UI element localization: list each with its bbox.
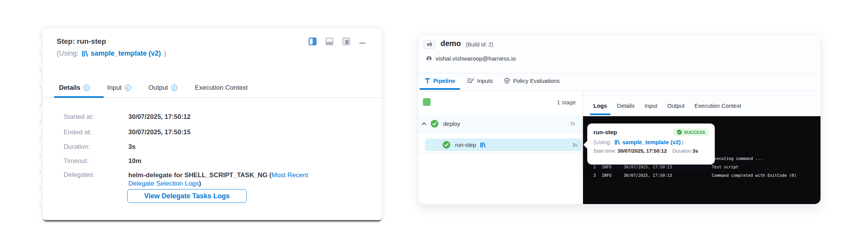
user-email: vishal.vishwaroop@harness.io	[436, 55, 516, 62]
step-duration: 3s	[572, 142, 577, 148]
right-pane-icon[interactable]	[342, 38, 350, 45]
header-divider	[418, 73, 821, 73]
tree-row-run-step-selected[interactable]: run-step 3s	[425, 138, 582, 151]
step-using-line: (Using: sample_template (v2) )	[57, 49, 166, 58]
tab-details[interactable]: Details	[617, 102, 635, 109]
stage-status-square[interactable]	[423, 98, 431, 106]
tab-details[interactable]: Details i	[59, 84, 90, 92]
panel-resize-handle[interactable]	[40, 36, 41, 211]
version-badge: v0	[424, 40, 435, 49]
step-tab-bar: Details i Input i Output i Execution Con…	[59, 84, 248, 92]
success-check-icon	[442, 141, 450, 149]
stage-label: deploy	[443, 120, 460, 127]
field-row: Ended at: 30/07/2025, 17:50:15	[64, 128, 191, 136]
info-icon[interactable]: i	[125, 85, 131, 91]
template-link[interactable]: sample_template (v2)	[82, 49, 161, 58]
ended-at-value: 30/07/2025, 17:50:15	[128, 128, 191, 136]
using-prefix: (Using:	[57, 49, 79, 58]
tab-input[interactable]: Input i	[107, 84, 131, 92]
build-id: (Build Id: 2)	[466, 41, 493, 48]
tooltip-time-line: Start time: 30/07/2025, 17:50:12 Duratio…	[593, 148, 709, 154]
pipeline-icon	[425, 78, 430, 84]
active-tab-underline	[590, 114, 611, 115]
template-icon	[614, 140, 620, 145]
field-row: Timeout: 10m	[64, 157, 141, 165]
window-controls	[309, 37, 366, 46]
step-status-tooltip: run-step SUCCESS (Using: sample_template…	[587, 123, 715, 165]
tab-inputs[interactable]: Inputs	[467, 77, 493, 84]
using-suffix: )	[164, 49, 166, 58]
step-title: Step: run-step	[57, 37, 106, 46]
bottom-pane-icon[interactable]	[326, 38, 333, 45]
success-check-icon	[431, 120, 439, 128]
log-tab-bar: Logs Details Input Output Execution Cont…	[593, 102, 741, 109]
step-label: run-step	[455, 142, 476, 148]
tab-output[interactable]: Output i	[149, 84, 177, 92]
tooltip-using-line: (Using: sample_template (v2) )	[593, 139, 709, 145]
split-view-icon[interactable]	[309, 38, 316, 45]
tab-output[interactable]: Output	[667, 102, 685, 109]
field-row: Duration: 3s	[64, 143, 136, 151]
status-badge: SUCCESS	[673, 128, 709, 136]
minimize-icon[interactable]	[359, 43, 366, 44]
started-at-value: 30/07/2025, 17:50:12	[128, 113, 191, 121]
chevron-up-icon[interactable]	[421, 122, 427, 125]
tab-pipeline[interactable]: Pipeline	[425, 77, 455, 84]
template-icon	[82, 51, 88, 57]
stage-count: 1 stage	[557, 99, 576, 105]
tab-input[interactable]: Input	[645, 102, 657, 109]
tab-execution-context[interactable]: Execution Context	[694, 102, 741, 109]
tab-policy-evaluations[interactable]: Policy Evaluations	[504, 77, 560, 84]
active-tab-underline	[419, 88, 460, 90]
log-line: 2 INFO 30/07/2025, 17:50:13 Test script	[583, 165, 821, 169]
policy-shield-check-icon	[504, 78, 510, 84]
view-delegate-tasks-logs-button[interactable]: View Delegate Tasks Logs	[127, 189, 247, 203]
log-line: 3 INFO 30/07/2025, 17:50:13 Command comp…	[583, 173, 821, 178]
active-tab-underline	[54, 96, 104, 98]
tab-execution-context[interactable]: Execution Context	[195, 84, 248, 92]
field-row: Started at: 30/07/2025, 17:50:12	[64, 113, 191, 121]
stage-duration: 7s	[570, 121, 575, 127]
tooltip-duration: 3s	[693, 148, 698, 154]
inputs-icon	[467, 78, 474, 84]
build-tab-bar: Pipeline Inputs Policy Evaluations	[425, 77, 560, 84]
duration-value: 3s	[128, 143, 136, 151]
tab-logs[interactable]: Logs	[593, 102, 607, 109]
build-title: demo	[441, 39, 461, 48]
tooltip-start-time: 30/07/2025, 17:50:12	[617, 148, 667, 154]
success-check-icon	[677, 130, 682, 135]
build-panel: v0 demo (Build Id: 2) vishal.vishwaroop@…	[418, 35, 821, 204]
user-icon	[426, 56, 432, 63]
info-icon[interactable]: i	[171, 85, 177, 91]
timeout-value: 10m	[128, 157, 141, 165]
info-icon[interactable]: i	[84, 85, 90, 91]
tree-row-deploy[interactable]: deploy 7s	[418, 115, 583, 133]
divider	[418, 153, 583, 153]
template-link[interactable]: sample_template (v2)	[614, 139, 681, 145]
tooltip-step-name: run-step	[593, 129, 617, 136]
step-details-panel: Step: run-step (Using: sample_template (…	[42, 28, 382, 220]
template-icon	[480, 142, 486, 148]
delegates-row: Delegates: helm-delegate for SHELL_SCRIP…	[64, 171, 335, 188]
stage-tree-panel: 1 stage deploy 7s run-step 3s	[418, 91, 583, 204]
delegates-value: helm-delegate for SHELL_SCRIPT_TASK_NG (…	[128, 171, 335, 188]
